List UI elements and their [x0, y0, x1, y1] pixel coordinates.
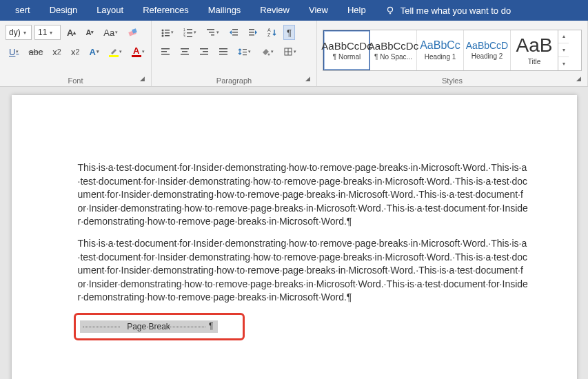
- styles-group-label: Styles: [317, 76, 587, 85]
- svg-rect-19: [211, 34, 214, 36]
- document-page[interactable]: This·is·a·test·document·for·Insider·demo…: [12, 95, 577, 379]
- gallery-down-button[interactable]: ▾: [558, 43, 569, 57]
- svg-point-9: [162, 35, 164, 37]
- align-left-button[interactable]: [157, 44, 174, 59]
- style-heading-1[interactable]: AaBbCc Heading 1: [417, 30, 464, 70]
- font-family-combo[interactable]: dy)▾: [6, 25, 32, 40]
- justify-button[interactable]: [215, 44, 232, 59]
- svg-point-5: [162, 30, 164, 32]
- decrease-indent-button[interactable]: [225, 25, 242, 40]
- align-right-button[interactable]: [196, 44, 212, 59]
- style-title[interactable]: AaB Title: [511, 30, 558, 70]
- svg-rect-12: [187, 29, 192, 30]
- subscript-button[interactable]: x2: [49, 44, 65, 59]
- svg-rect-22: [232, 34, 238, 36]
- pilcrow-icon: ¶: [209, 321, 213, 331]
- text-effects-button[interactable]: A▾: [85, 44, 102, 59]
- style-preview: AaBbCcDc: [368, 40, 418, 52]
- svg-text:3: 3: [183, 34, 185, 37]
- page-break-marker[interactable]: Page·Break ¶: [80, 320, 218, 333]
- svg-rect-39: [219, 54, 227, 55]
- svg-rect-29: [161, 51, 167, 52]
- style-heading-2[interactable]: AaBbCcD Heading 2: [464, 30, 511, 70]
- svg-rect-23: [249, 29, 254, 30]
- tab-layout[interactable]: Layout: [87, 0, 133, 21]
- svg-rect-33: [181, 54, 189, 55]
- show-hide-button[interactable]: ¶: [283, 25, 295, 40]
- paragraph-1[interactable]: This·is·a·test·document·for·Insider·demo…: [78, 161, 529, 229]
- svg-rect-18: [209, 32, 214, 33]
- multilevel-list-button[interactable]: ▾: [203, 25, 223, 40]
- page-break-leader-right: [168, 327, 205, 327]
- lightbulb-icon: [385, 6, 395, 15]
- svg-rect-40: [243, 49, 247, 50]
- superscript-button[interactable]: x2: [68, 44, 83, 59]
- style-normal[interactable]: AaBbCcDc ¶ Normal: [323, 30, 370, 70]
- svg-point-0: [387, 7, 392, 12]
- justify-icon: [219, 47, 228, 57]
- gallery-more-button[interactable]: ▾: [558, 57, 569, 70]
- change-case-button[interactable]: Aa▾: [100, 25, 121, 40]
- style-preview: AaBbCcDc: [321, 40, 372, 52]
- tab-review[interactable]: Review: [250, 0, 299, 21]
- svg-rect-8: [165, 32, 170, 34]
- paragraph-group-label: Paragraph: [152, 76, 316, 85]
- tab-mailings[interactable]: Mailings: [199, 0, 251, 21]
- svg-text:A: A: [267, 28, 271, 32]
- strikethrough-button[interactable]: abc: [25, 44, 46, 59]
- tab-insert[interactable]: sert: [6, 0, 40, 21]
- style-label: ¶ Normal: [333, 53, 361, 61]
- font-dialog-launcher[interactable]: ◢: [140, 75, 148, 83]
- svg-rect-17: [207, 29, 214, 30]
- tab-design[interactable]: Design: [40, 0, 87, 21]
- font-family-value: dy): [9, 28, 21, 37]
- clear-formatting-button[interactable]: [124, 25, 142, 40]
- page-break-label: Page·Break: [127, 322, 170, 331]
- svg-rect-14: [187, 32, 192, 34]
- tab-help[interactable]: Help: [338, 0, 376, 21]
- style-label: ¶ No Spac...: [374, 53, 412, 61]
- svg-rect-41: [243, 52, 247, 52]
- ribbon-group-paragraph: ▾ 123▾ ▾ AZ ¶: [152, 21, 317, 86]
- tab-references[interactable]: References: [133, 0, 198, 21]
- svg-rect-20: [232, 29, 238, 30]
- shrink-font-button[interactable]: A▾: [82, 25, 97, 40]
- svg-point-43: [268, 54, 270, 56]
- styles-gallery: AaBbCcDc ¶ Normal AaBbCcDc ¶ No Spac... …: [323, 30, 582, 71]
- borders-button[interactable]: ▾: [280, 44, 300, 59]
- font-color-button[interactable]: A ▾: [128, 44, 148, 59]
- gallery-scroll: ▴ ▾ ▾: [558, 30, 569, 70]
- document-workspace[interactable]: This·is·a·test·document·for·Insider·demo…: [0, 87, 588, 379]
- line-spacing-button[interactable]: ▾: [234, 44, 254, 59]
- tell-me-label: Tell me what you want to do: [401, 6, 511, 16]
- sort-button[interactable]: AZ: [264, 25, 281, 40]
- style-preview: AaB: [516, 34, 553, 57]
- align-right-icon: [199, 47, 209, 57]
- svg-rect-35: [203, 51, 208, 52]
- outdent-icon: [229, 28, 239, 37]
- bullets-button[interactable]: ▾: [157, 25, 177, 40]
- style-label: Heading 1: [425, 53, 456, 61]
- gallery-up-button[interactable]: ▴: [558, 30, 569, 44]
- svg-rect-34: [200, 48, 208, 50]
- tell-me[interactable]: Tell me what you want to do: [376, 6, 511, 16]
- align-center-button[interactable]: [176, 44, 193, 59]
- paragraph-dialog-launcher[interactable]: ◢: [305, 75, 314, 83]
- numbering-button[interactable]: 123▾: [180, 25, 200, 40]
- style-no-spacing[interactable]: AaBbCcDc ¶ No Spac...: [370, 30, 417, 70]
- eraser-icon: [128, 27, 139, 38]
- grow-font-button[interactable]: A▴: [63, 25, 79, 40]
- svg-rect-31: [181, 48, 189, 50]
- style-label: Heading 2: [472, 52, 503, 60]
- shading-button[interactable]: ▾: [257, 44, 277, 59]
- increase-indent-button[interactable]: [245, 25, 261, 40]
- underline-button[interactable]: U▾: [6, 44, 22, 59]
- font-size-combo[interactable]: 11▾: [34, 25, 61, 40]
- numbering-icon: 123: [183, 28, 193, 37]
- tab-view[interactable]: View: [299, 0, 338, 21]
- styles-dialog-launcher[interactable]: ◢: [576, 75, 585, 83]
- paragraph-2[interactable]: This·is·a·test·document·for·Insider·demo…: [78, 237, 529, 305]
- svg-rect-25: [249, 34, 254, 36]
- highlight-button[interactable]: ▾: [105, 44, 125, 59]
- svg-rect-21: [232, 32, 238, 33]
